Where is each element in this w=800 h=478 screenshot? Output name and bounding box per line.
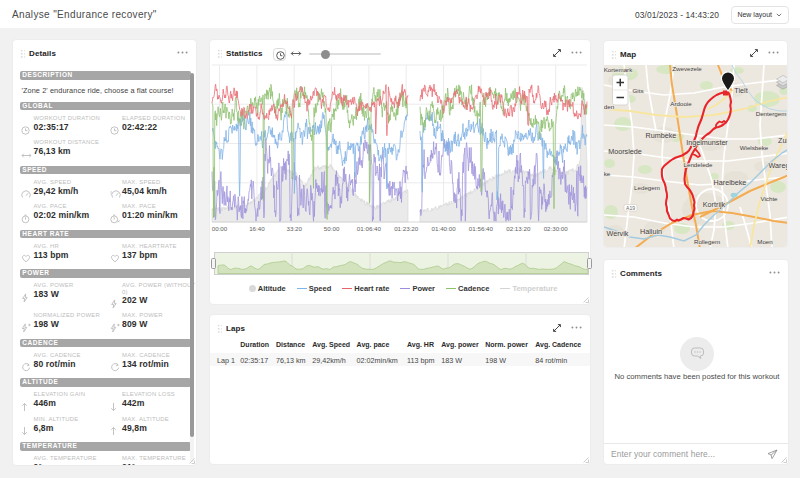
svg-text:Wervik: Wervik: [607, 229, 629, 238]
svg-text:A19: A19: [626, 205, 635, 211]
svg-text:Tielt: Tielt: [734, 86, 747, 95]
svg-text:Wielsbeke: Wielsbeke: [740, 144, 769, 151]
svg-text:Halluin: Halluin: [640, 227, 662, 236]
svg-text:Ingelmunster: Ingelmunster: [686, 138, 728, 147]
svg-text:Dentergem: Dentergem: [756, 110, 787, 117]
svg-text:Zwevezele: Zwevezele: [672, 65, 702, 72]
svg-text:Zulte: Zulte: [778, 136, 788, 145]
svg-text:Ledegem: Ledegem: [634, 184, 660, 191]
svg-text:Vichte: Vichte: [760, 195, 778, 202]
svg-text:Rumbeke: Rumbeke: [646, 131, 677, 140]
svg-text:Gits: Gits: [632, 87, 643, 94]
svg-text:ke: ke: [604, 170, 611, 177]
svg-text:Ardooie: Ardooie: [670, 100, 692, 107]
svg-text:Kortrijk: Kortrijk: [703, 200, 726, 209]
svg-text:Kortemark: Kortemark: [604, 66, 633, 73]
svg-text:Lendelede: Lendelede: [684, 161, 713, 168]
svg-text:Moorslede: Moorslede: [608, 147, 642, 156]
svg-text:Waregem: Waregem: [769, 161, 788, 170]
svg-text:Harelbeke: Harelbeke: [714, 178, 747, 187]
svg-text:Rollegem: Rollegem: [694, 238, 720, 245]
svg-text:Moen: Moen: [757, 238, 773, 245]
